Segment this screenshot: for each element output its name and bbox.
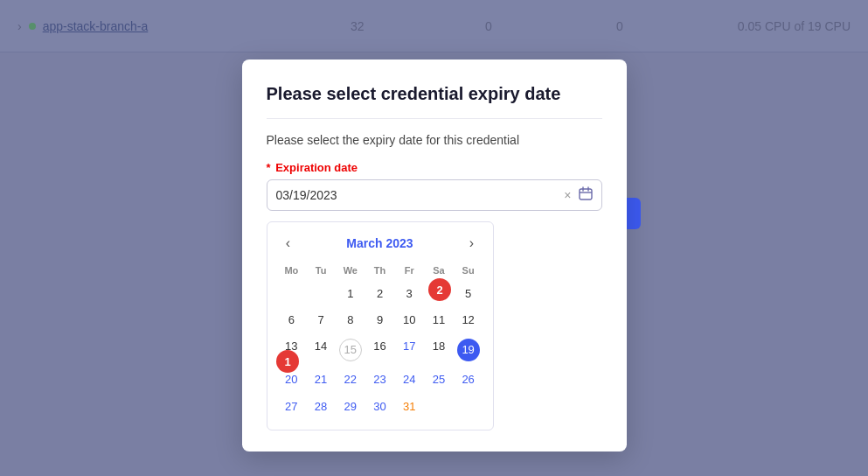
cal-day-6[interactable]: 6 bbox=[278, 308, 306, 332]
cal-day-12[interactable]: 12 bbox=[455, 308, 483, 332]
cal-day-9[interactable]: 9 bbox=[366, 308, 394, 332]
calendar-month-year: March 2023 bbox=[346, 236, 413, 250]
next-month-button[interactable]: › bbox=[462, 233, 483, 254]
cal-day-27[interactable]: 27 bbox=[278, 395, 306, 419]
credential-expiry-modal: Please select credential expiry date Ple… bbox=[242, 60, 627, 452]
cal-day-29[interactable]: 29 bbox=[337, 395, 365, 419]
cal-day-11[interactable]: 11 bbox=[425, 308, 453, 332]
expiration-field-label: * Expiration date bbox=[267, 161, 602, 174]
cal-day-30[interactable]: 30 bbox=[366, 395, 394, 419]
cal-day-22[interactable]: 22 bbox=[337, 368, 365, 392]
cal-day-24[interactable]: 24 bbox=[395, 368, 423, 392]
cal-day-2[interactable]: 2 bbox=[366, 282, 394, 306]
cal-day-empty bbox=[307, 282, 335, 306]
dow-su: Su bbox=[455, 262, 483, 280]
dow-mo: Mo bbox=[278, 262, 306, 280]
cal-day-16[interactable]: 16 bbox=[366, 334, 394, 366]
calendar-header: ‹ March 2023 › bbox=[278, 233, 483, 254]
modal-overlay: nload Credential Please select credentia… bbox=[0, 0, 868, 476]
cal-day-empty bbox=[455, 395, 483, 419]
dow-th: Th bbox=[366, 262, 394, 280]
cal-day-5[interactable]: 5 bbox=[455, 282, 483, 306]
svg-rect-0 bbox=[580, 189, 592, 200]
cal-day-14[interactable]: 14 bbox=[307, 334, 335, 366]
cal-day-10[interactable]: 10 bbox=[395, 308, 423, 332]
cal-day-3[interactable]: 3 bbox=[395, 282, 423, 306]
cal-day-19-selected[interactable]: 19 bbox=[455, 334, 483, 366]
cal-day-18[interactable]: 18 bbox=[425, 334, 453, 366]
modal-title: Please select credential expiry date bbox=[267, 84, 602, 119]
dow-we: We bbox=[337, 262, 365, 280]
clear-date-icon[interactable]: × bbox=[564, 188, 571, 202]
cal-day-25[interactable]: 25 bbox=[425, 368, 453, 392]
date-input-value: 03/19/2023 bbox=[276, 188, 565, 202]
date-input-wrapper[interactable]: 03/19/2023 × bbox=[267, 179, 602, 211]
modal-subtitle: Please select the expiry date for this c… bbox=[267, 133, 602, 147]
step-badge-2: 2 bbox=[428, 278, 451, 301]
cal-day-empty bbox=[425, 395, 453, 419]
cal-day-28[interactable]: 28 bbox=[307, 395, 335, 419]
cal-day-17[interactable]: 17 bbox=[395, 334, 423, 366]
cal-day-31[interactable]: 31 bbox=[395, 395, 423, 419]
calendar-toggle-icon[interactable] bbox=[579, 186, 593, 204]
cal-day-15[interactable]: 15 bbox=[337, 334, 365, 366]
cal-day-8[interactable]: 8 bbox=[337, 308, 365, 332]
dow-fr: Fr bbox=[395, 262, 423, 280]
required-star: * bbox=[267, 161, 271, 174]
cal-day-empty bbox=[278, 282, 306, 306]
cal-day-23[interactable]: 23 bbox=[366, 368, 394, 392]
dow-tu: Tu bbox=[307, 262, 335, 280]
cal-day-21[interactable]: 21 bbox=[307, 368, 335, 392]
calendar-grid: Mo Tu We Th Fr Sa Su 1 2 3 4 5 6 7 8 9 bbox=[278, 262, 483, 419]
calendar: ‹ March 2023 › Mo Tu We Th Fr Sa Su 1 2 … bbox=[267, 221, 494, 430]
cal-day-7[interactable]: 7 bbox=[307, 308, 335, 332]
cal-day-1[interactable]: 1 bbox=[337, 282, 365, 306]
step-badge-1: 1 bbox=[276, 350, 299, 373]
dow-sa: Sa bbox=[425, 262, 453, 280]
cal-day-26[interactable]: 26 bbox=[455, 368, 483, 392]
prev-month-button[interactable]: ‹ bbox=[278, 233, 299, 254]
